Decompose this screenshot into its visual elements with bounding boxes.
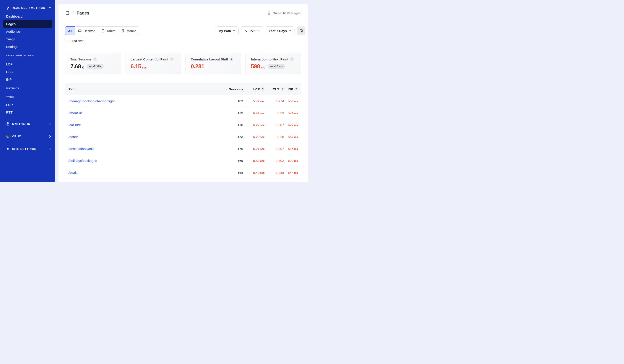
sidebar-item-rtt[interactable]: RTT — [3, 108, 52, 116]
help-icon[interactable]: ? — [290, 57, 294, 61]
lcp-unit: sec — [260, 171, 264, 174]
trend-badge: -10 ms — [268, 64, 285, 69]
device-tab-mobile[interactable]: Mobile — [118, 26, 139, 35]
table-header: Path Sessions LCP ? CLS ? INP — [65, 83, 301, 95]
sidebar-item-triage[interactable]: Triage — [3, 35, 52, 43]
sidebar-item-settings[interactable]: Settings — [3, 43, 52, 51]
column-header-inp[interactable]: INP ? — [284, 87, 298, 91]
table-settings-button[interactable] — [297, 26, 305, 35]
chevron-right-icon — [48, 147, 52, 151]
cls-value: 0.274 — [264, 99, 284, 103]
mobile-icon — [121, 29, 125, 33]
cls-value: 0.33 — [264, 111, 284, 115]
plus-icon: + — [68, 39, 70, 43]
sidebar-item-dashboard[interactable]: Dashboard — [3, 13, 52, 20]
cls-value: 0.307 — [264, 147, 284, 151]
percentile-dropdown[interactable]: P75 — [241, 26, 263, 35]
add-filter-label: Add filter — [72, 39, 83, 43]
column-header-lcp[interactable]: LCP ? — [243, 87, 264, 91]
device-tab-desktop[interactable]: Desktop — [75, 26, 98, 35]
lightning-icon — [6, 6, 10, 10]
lcp-value: 6.44sec — [243, 111, 264, 115]
brand-toggle[interactable]: REAL USER METRICS — [3, 5, 52, 10]
stat-card-cls: Cumulative Layout Shift ? 0.281 — [185, 53, 241, 74]
table-row[interactable]: /car-hire 178 6.27sec 0.307 627ms — [65, 119, 301, 131]
lcp-value: 5.72sec — [243, 99, 264, 103]
help-icon[interactable]: ? — [230, 57, 233, 61]
sidebar-item-lcp[interactable]: LCP — [3, 60, 52, 68]
guide-link[interactable]: Guide: RUM Pages — [267, 11, 301, 15]
path-link[interactable]: /destinations/asia — [68, 147, 95, 151]
stat-title: Total Sessions — [70, 57, 91, 61]
sidebar-group-site-settings[interactable]: SITE SETTINGS — [3, 145, 52, 153]
inp-unit: ms — [294, 171, 298, 174]
device-tab-label: Desktop — [83, 29, 95, 33]
stat-value: 6.15 — [131, 63, 141, 70]
inp-value: 567ms — [284, 135, 298, 139]
path-link[interactable]: /manage-booking/change-flight — [68, 99, 115, 103]
path-link[interactable]: /holidays/packages — [68, 159, 97, 162]
column-header-sessions[interactable]: Sessions — [219, 87, 243, 91]
group-by-dropdown[interactable]: By Path — [216, 26, 238, 35]
date-range-dropdown[interactable]: Last 7 Days — [266, 26, 294, 35]
stats-row: Total Sessions ? 7.68 K -7.33K Lar — [65, 53, 301, 74]
path-link[interactable]: /car-hire — [68, 123, 81, 127]
stat-unit: K — [82, 66, 84, 70]
sessions-value: 170 — [219, 147, 243, 151]
chevron-down-icon — [289, 29, 291, 32]
table-row[interactable]: /destinations/asia 170 6.21sec 0.307 615… — [65, 143, 301, 155]
group-by-label: By Path — [219, 29, 231, 33]
sidebar-item-fcp[interactable]: FCP — [3, 101, 52, 108]
inp-unit: ms — [294, 100, 298, 103]
cls-value: 0.288 — [264, 171, 284, 175]
page-title: Pages — [77, 11, 89, 16]
trend-badge: -7.33K — [86, 64, 104, 69]
help-icon[interactable]: ? — [294, 87, 298, 91]
lcp-value: 6.40sec — [243, 171, 264, 175]
sidebar-group-crux[interactable]: CRUX — [3, 133, 52, 140]
device-tab-all[interactable]: All — [65, 26, 75, 35]
sidebar-item-inp[interactable]: INP — [3, 76, 52, 83]
stat-title: Interaction to Next Paint — [251, 57, 288, 61]
breadcrumb-separator: / — [73, 11, 74, 15]
table-row-partial — [65, 179, 301, 182]
path-link[interactable]: /about-us — [68, 111, 82, 115]
device-tab-label: Tablet — [106, 29, 115, 33]
content-card: / Pages Guide: RUM Pages All Desktop — [58, 4, 308, 182]
sidebar-item-pages[interactable]: Pages — [3, 20, 52, 28]
help-icon[interactable]: ? — [170, 57, 174, 61]
sessions-value: 169 — [219, 159, 243, 163]
path-link[interactable]: /deals — [68, 171, 77, 174]
inp-unit: ms — [294, 148, 298, 151]
table-row[interactable]: /manage-booking/change-flight 183 5.72se… — [65, 95, 301, 107]
pages-table: Path Sessions LCP ? CLS ? INP — [65, 83, 301, 182]
help-icon[interactable]: ? — [261, 87, 264, 91]
device-filter-group: All Desktop Tablet Mobile — [65, 26, 139, 35]
add-filter-button[interactable]: + Add filter — [65, 38, 86, 44]
sidebar-item-audience[interactable]: Audience — [3, 28, 52, 35]
device-tab-tablet[interactable]: Tablet — [98, 26, 118, 35]
help-icon[interactable]: ? — [281, 87, 284, 91]
stat-title: Largest Contentful Paint — [131, 57, 168, 61]
device-tab-label: Mobile — [127, 29, 136, 33]
table-row[interactable]: /about-us 179 6.44sec 0.33 574ms — [65, 107, 301, 119]
cls-value: 0.307 — [264, 123, 284, 127]
sidebar-item-cls[interactable]: CLS — [3, 68, 52, 76]
column-header-path: Path — [68, 87, 219, 91]
table-row[interactable]: /deals 168 6.40sec 0.288 544ms — [65, 167, 301, 179]
chevron-down-icon — [257, 29, 260, 32]
cls-value: 0.302 — [264, 159, 284, 163]
path-link[interactable]: /hotels — [68, 135, 78, 139]
sidebar-item-ttfb[interactable]: TTFB — [3, 93, 52, 101]
table-row[interactable]: /hotels 173 6.20sec 0.28 567ms — [65, 131, 301, 143]
help-icon[interactable]: ? — [93, 57, 97, 61]
collapse-sidebar-icon[interactable] — [65, 11, 70, 15]
brand-label: REAL USER METRICS — [12, 6, 45, 9]
stat-card-lcp: Largest Contentful Paint ? 6.15 sec — [125, 53, 181, 74]
column-header-cls[interactable]: CLS ? — [264, 87, 284, 91]
metrics-nav: TTFB FCP RTT — [3, 93, 52, 116]
table-row[interactable]: /holidays/packages 169 5.89sec 0.302 620… — [65, 155, 301, 167]
sessions-value: 183 — [219, 99, 243, 103]
inp-value: 550ms — [284, 99, 298, 103]
sidebar-group-synthetic[interactable]: SYNTHETIC — [3, 120, 52, 128]
